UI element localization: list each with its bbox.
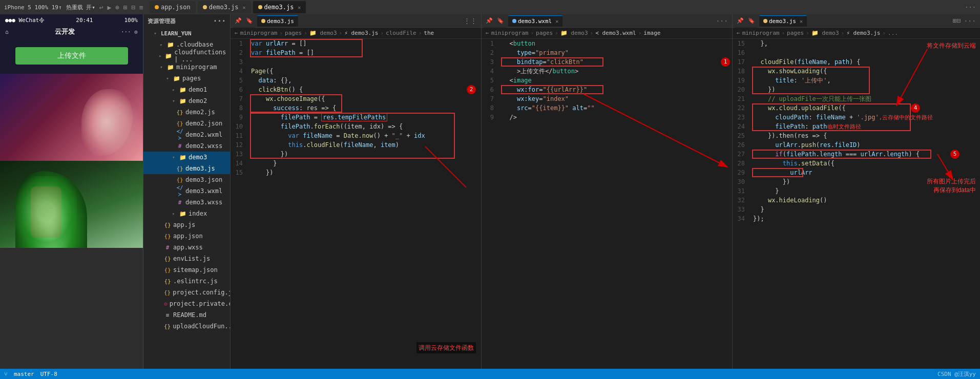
sidebar-label-appwxss: app.wxss <box>173 244 203 251</box>
js-icon: {} <box>176 109 183 116</box>
code-line-r20: }) <box>753 85 976 94</box>
tab-close-wxml[interactable]: ✕ <box>555 18 558 24</box>
sidebar-item-appjs[interactable]: {} app.js <box>143 219 230 230</box>
split-icon-mid[interactable]: ··· <box>716 17 728 25</box>
code-line-3 <box>251 57 477 67</box>
sidebar-item-appjson[interactable]: {} app.json <box>143 230 230 242</box>
nav-back-icon-mid[interactable]: ← <box>486 30 489 36</box>
sidebar-label-appjson: app.json <box>173 233 203 240</box>
breadcrumb-pages-right: pages <box>787 30 804 36</box>
sidebar-label-demo3-json: demo3.json <box>185 176 222 183</box>
tab-dot-js-1 <box>203 5 207 9</box>
breadcrumb-demo3-right: 📁 demo3 <box>811 30 839 36</box>
editor-panel-left: 📌 🔖 demo3.js ⋮⋮ ← miniprogram › page <box>231 14 482 369</box>
sidebar-item-miniprogram[interactable]: ▾ 📁 miniprogram <box>143 61 230 73</box>
sidebar-item-demo3[interactable]: ▾ 📁 demo3 <box>143 152 230 163</box>
nav-back-icon-right[interactable]: ← <box>737 30 740 36</box>
sidebar-item-appwxss[interactable]: # app.wxss <box>143 242 230 253</box>
sidebar-label-demo3-js: demo3.js <box>185 165 215 172</box>
sidebar-item-uploadcloudfun[interactable]: {} uploadCloudFun... <box>143 321 230 332</box>
sidebar-item-projectconfig[interactable]: {} project.config.json <box>143 287 230 298</box>
more-icon-right[interactable]: ··· <box>964 17 976 25</box>
code-line-r23: cloudPath: fileName + '.jpg',云存储中的文件路径 <box>753 113 976 122</box>
code-line-wxml-5: <image <box>502 76 728 85</box>
phone-status-left: ●●● WeChat令 <box>5 16 45 24</box>
code-line-r24: filePath: path临时文件路径 <box>753 122 976 131</box>
sidebar-item-demo2-js[interactable]: {} demo2.js <box>143 107 230 118</box>
sidebar-item-demo2[interactable]: ▾ 📁 demo2 <box>143 95 230 107</box>
sidebar-label-demo3: demo3 <box>189 154 207 161</box>
sidebar-item-demo2-wxss[interactable]: # demo2.wxss <box>143 140 230 152</box>
sidebar-more-icon[interactable]: ··· <box>213 17 226 25</box>
breadcrumb-demo3-folder: 📁 demo3 <box>309 30 337 36</box>
panel-tab-bar-left: 📌 🔖 demo3.js ⋮⋮ <box>231 14 481 28</box>
code-line-r28: this.setData({ <box>753 159 976 168</box>
config-icon: ⚙ <box>164 301 168 307</box>
sidebar-item-eslint[interactable]: {} .eslintrc.js <box>143 276 230 287</box>
code-line-r33: } <box>753 205 976 214</box>
tab-demo3-wxml[interactable]: demo3.wxml ✕ <box>508 15 562 27</box>
phone-cloud-title: 云开发 <box>55 27 75 36</box>
tab-close-1[interactable]: ✕ <box>243 5 246 10</box>
tab-close-2[interactable]: ✕ <box>298 5 301 10</box>
sidebar-item-demo3-js[interactable]: {} demo3.js <box>143 163 230 174</box>
sidebar-label-demo1: demo1 <box>189 86 207 93</box>
sidebar-item-pages[interactable]: ▾ 📁 pages <box>143 73 230 84</box>
sidebar-item-index[interactable]: ▸ 📁 index <box>143 208 230 219</box>
phone-panel: ●●● WeChat令 20:41 100% ⌂ 云开发 ··· ⊙ 上传文件 <box>0 14 143 369</box>
panel-tab-bar-mid: 📌 🔖 demo3.wxml ✕ ··· <box>482 14 732 28</box>
wxml-icon: ≺/≻ <box>176 184 183 198</box>
sidebar-item-demo2-wxml[interactable]: ≺/≻ demo2.wxml <box>143 129 230 140</box>
editor-area: 📌 🔖 demo3.js ⋮⋮ ← miniprogram › page <box>231 14 980 369</box>
code-line-10: filePath.forEach((item, idx) => { <box>251 122 477 131</box>
tab-demo3-js-1[interactable]: demo3.js ✕ <box>198 1 251 13</box>
code-lines-left: var urlArr = [] var filePath = [] Page({… <box>247 39 481 369</box>
sidebar-header: 资源管理器 ··· <box>143 14 230 28</box>
md-icon: ≡ <box>164 312 171 319</box>
sidebar-item-cloudfunctions[interactable]: ▸ 📁 cloudfunctions | ... <box>143 50 230 61</box>
split-icon[interactable]: ⋮⋮ <box>464 17 477 25</box>
sidebar-item-demo1[interactable]: ▸ 📁 demo1 <box>143 84 230 95</box>
upload-button-container: 上传文件 <box>0 38 143 74</box>
sidebar-item-projectprivate[interactable]: ⚙ project.private.co... <box>143 298 230 309</box>
sidebar-item-demo3-wxml[interactable]: ≺/≻ demo3.wxml <box>143 185 230 197</box>
bottom-right: CSDN @汪淇yy <box>937 370 976 378</box>
tab-demo3-js-left[interactable]: demo3.js <box>257 15 298 27</box>
js-icon: {} <box>164 323 171 330</box>
code-line-r31: } <box>753 186 976 196</box>
code-line-r27: if(filePath.length === urlArr.length) { <box>753 150 976 159</box>
tab-close-right[interactable]: ✕ <box>800 18 803 24</box>
code-area-left[interactable]: 12345 678910 1112131415 var urlArr = [] … <box>231 39 481 369</box>
folder-icon: 📁 <box>167 64 174 71</box>
tab-demo3-js-2[interactable]: demo3.js ✕ <box>253 1 306 13</box>
sidebar-item-learnYun[interactable]: ▾ LEARN_YUN <box>143 28 230 39</box>
nav-back-icon[interactable]: ← <box>235 30 238 36</box>
tab-dot <box>261 19 265 23</box>
hot-reload[interactable]: 热重载 开▾ <box>66 4 95 11</box>
code-line-wxml-9: /> <box>502 113 728 122</box>
top-bar-more-icon[interactable]: ··· <box>965 4 976 11</box>
code-area-mid[interactable]: 12345 6789 <button type="primary" bindta… <box>482 39 732 369</box>
sidebar-item-envlist[interactable]: {} envList.js <box>143 253 230 264</box>
folder-icon: 📁 <box>179 210 186 217</box>
tab-demo3-js-right[interactable]: demo3.js ✕ <box>759 15 807 27</box>
upload-file-button[interactable]: 上传文件 <box>15 47 128 65</box>
code-area-right[interactable]: 1516171819 2021222324 2526272829 3031323… <box>733 39 980 369</box>
code-lines-mid: <button type="primary" bindtap="clickBtn… <box>498 39 732 369</box>
phone-more-icon: ··· ⊙ <box>121 29 138 35</box>
code-line-11: var fileName = Date.now() + "_" + idx <box>251 131 477 140</box>
split-icon-right[interactable]: ⊞⊟ <box>953 17 961 25</box>
sidebar-item-readme[interactable]: ≡ README.md <box>143 309 230 321</box>
code-line-r29: urlArr <box>753 168 976 177</box>
sidebar-item-demo3-json[interactable]: {} demo3.json <box>143 174 230 185</box>
code-line-r16 <box>753 48 976 57</box>
tab-app-json[interactable]: app.json <box>150 1 196 13</box>
sidebar-item-demo2-json[interactable]: {} demo2.json <box>143 118 230 129</box>
breadcrumb-demo3-folder-mid: 📁 demo3 <box>560 30 588 36</box>
phone-status-bar: ●●● WeChat令 20:41 100% <box>0 14 143 26</box>
sidebar-label-miniprogram: miniprogram <box>176 64 217 71</box>
breadcrumb-demo3js-right: ⚡ demo3.js <box>846 30 880 36</box>
sidebar-item-demo3-wxss[interactable]: # demo3.wxss <box>143 197 230 208</box>
code-line-wxml-7: wx:key="index" <box>502 94 728 103</box>
sidebar-item-sitemap[interactable]: {} sitemap.json <box>143 264 230 276</box>
